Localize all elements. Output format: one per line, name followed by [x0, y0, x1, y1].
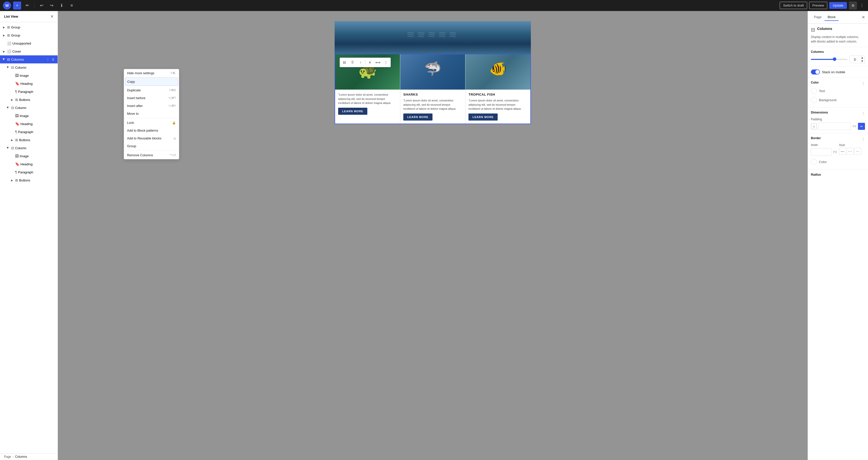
- chevron-icon: ▶: [2, 57, 6, 61]
- column-3-learn-more-button[interactable]: LEARN MORE: [468, 114, 498, 121]
- sidebar-content: ▶ ⊞ Group ▶ ⊞ Group ▶ ⬜ Unsupported ▶ ⬜ …: [0, 22, 58, 453]
- redo-button[interactable]: ↪: [48, 1, 56, 9]
- heading-icon: 🔖: [15, 122, 19, 126]
- block-info-text: Columns: [817, 27, 832, 31]
- sidebar-item-cover[interactable]: ▶ ⬜ Cover: [0, 47, 58, 55]
- text-color-row[interactable]: Text: [811, 86, 865, 95]
- chevron-icon: ▶: [2, 25, 6, 29]
- decrement-button[interactable]: ▼: [860, 59, 865, 63]
- context-menu-add-reusable[interactable]: Add to Reusable blocks ◇: [124, 134, 179, 142]
- columns-dots[interactable]: ⋮: [46, 57, 50, 61]
- context-menu-remove-columns[interactable]: Remove Columns ^⌥Z: [124, 151, 179, 159]
- context-menu-copy[interactable]: Copy: [125, 78, 178, 86]
- increment-button[interactable]: ▲: [860, 56, 865, 59]
- background-color-circle[interactable]: [811, 97, 817, 103]
- sidebar-item-paragraph3[interactable]: ▶ ¶ Paragraph: [0, 168, 58, 176]
- sidebar-item-column3[interactable]: ▶ ⊟ Column: [0, 144, 58, 152]
- sidebar-item-image1[interactable]: ▶ 🖼 Image: [0, 71, 58, 80]
- border-solid-button[interactable]: —: [839, 148, 846, 155]
- sidebar-item-buttons1[interactable]: ▶ ⊞ Buttons: [0, 96, 58, 104]
- context-menu-hide-settings[interactable]: Hide more settings ⇧⌘,: [124, 69, 179, 77]
- sidebar-item-paragraph1[interactable]: ▶ ¶ Paragraph: [0, 88, 58, 96]
- more-options-toolbar-button[interactable]: ⋮: [382, 58, 390, 66]
- context-menu-insert-after[interactable]: Insert after ⌥⌘Y: [124, 102, 179, 110]
- sidebar-item-column1[interactable]: ▶ ⊟ Column: [0, 63, 58, 71]
- column-3-content: TROPICAL FISH "Lorem ipsum dolor sit ame…: [465, 90, 530, 124]
- canvas-inner: ⊟ ⠿ ↑ ≡ ⟺ ⋮ "Lorem ipsum dolor sit amet,…: [335, 21, 531, 124]
- move-up-button[interactable]: ↑: [356, 58, 365, 66]
- column-1-learn-more-button[interactable]: LEARN MORE: [338, 108, 367, 115]
- columns-icon: ⊟: [7, 57, 10, 61]
- dimensions-more-button[interactable]: ⋮: [862, 112, 865, 116]
- columns-label-row: Columns: [811, 50, 865, 56]
- sidebar-item-group1[interactable]: ▶ ⊞ Group: [0, 23, 58, 31]
- breadcrumb-page[interactable]: Page: [4, 455, 11, 459]
- columns-count-label: Columns: [811, 50, 824, 54]
- preview-button[interactable]: Preview: [809, 2, 827, 9]
- border-section: Border ⋮ Width PX Style — - - ···: [808, 133, 868, 170]
- sidebar-item-column2[interactable]: ▶ ⊟ Column: [0, 104, 58, 112]
- context-menu-add-block-patterns[interactable]: Add to Block patterns: [124, 127, 179, 134]
- width-button[interactable]: ⟺: [374, 58, 382, 66]
- context-menu-group[interactable]: Group: [124, 142, 179, 150]
- sidebar-item-heading1[interactable]: ▶ 🔖 Heading: [0, 80, 58, 88]
- context-menu-lock[interactable]: Lock 🔒: [124, 119, 179, 127]
- more-options-button[interactable]: ⋮: [859, 1, 865, 9]
- switch-draft-button[interactable]: Switch to draft: [780, 2, 807, 9]
- columns-layout-button[interactable]: ⊟: [340, 58, 348, 66]
- sidebar-item-heading2[interactable]: ▶ 🔖 Heading: [0, 120, 58, 128]
- color-label: Color: [811, 81, 819, 84]
- slider-thumb[interactable]: [833, 57, 836, 61]
- list-view-button[interactable]: ≡: [68, 1, 76, 9]
- sidebar-item-unsupported[interactable]: ▶ ⬜ Unsupported: [0, 39, 58, 47]
- text-color-circle[interactable]: [811, 88, 817, 94]
- dimensions-section: Dimensions ⋮ Padding □ PX ⇔: [808, 108, 868, 133]
- sidebar-item-paragraph2[interactable]: ▶ ¶ Paragraph: [0, 128, 58, 136]
- update-button[interactable]: Update: [829, 2, 847, 9]
- sidebar-item-buttons2[interactable]: ▶ ⊞ Buttons: [0, 136, 58, 144]
- border-color-row[interactable]: Color: [811, 157, 865, 166]
- border-dotted-button[interactable]: ···: [854, 148, 861, 155]
- border-dashed-button[interactable]: - -: [847, 148, 854, 155]
- right-panel-close-button[interactable]: ✕: [862, 15, 865, 20]
- chevron-icon: ▶: [6, 65, 10, 69]
- edit-button[interactable]: ✏: [23, 1, 31, 9]
- breadcrumb-columns[interactable]: Columns: [15, 455, 27, 459]
- sidebar-item-columns[interactable]: ▶ ⊟ Columns ⋮ 1: [0, 55, 58, 63]
- padding-input[interactable]: [818, 123, 851, 130]
- chevron-icon: ▶: [10, 98, 14, 102]
- dimensions-label-row: Dimensions ⋮: [811, 111, 865, 116]
- padding-link-button[interactable]: ⇔: [858, 123, 865, 130]
- column-icon: ⊟: [11, 146, 14, 150]
- settings-button[interactable]: ⚙: [849, 1, 857, 9]
- padding-subsection: Padding □ PX ⇔: [811, 117, 865, 130]
- columns-block-icon: ⊟: [811, 27, 815, 33]
- sidebar-item-group2[interactable]: ▶ ⊞ Group: [0, 31, 58, 39]
- context-menu-insert-before[interactable]: Insert before ⌥⌘T: [124, 94, 179, 102]
- border-color-circle[interactable]: [811, 159, 817, 165]
- border-width-input[interactable]: [811, 148, 832, 156]
- stack-mobile-toggle[interactable]: [811, 69, 820, 74]
- sidebar-close-button[interactable]: ✕: [50, 14, 54, 19]
- align-button[interactable]: ≡: [366, 58, 374, 66]
- tab-block[interactable]: Block: [825, 13, 839, 21]
- background-color-row[interactable]: Background: [811, 95, 865, 104]
- sidebar-item-image2[interactable]: ▶ 🖼 Image: [0, 112, 58, 120]
- border-more-button[interactable]: ⋮: [862, 137, 865, 141]
- undo-button[interactable]: ↩: [37, 1, 45, 9]
- sidebar-item-heading3[interactable]: ▶ 🔖 Heading: [0, 160, 58, 168]
- tab-page[interactable]: Page: [811, 13, 825, 21]
- info-button[interactable]: ℹ: [58, 1, 66, 9]
- context-menu-move-to[interactable]: Move to: [124, 110, 179, 118]
- radius-section: Radius: [808, 170, 868, 179]
- column-2-learn-more-button[interactable]: LEARN MORE: [403, 114, 433, 121]
- context-menu-duplicate[interactable]: Duplicate ⇧⌘D: [124, 86, 179, 94]
- breadcrumb: Page › Columns: [0, 453, 58, 460]
- drag-handle-button[interactable]: ⠿: [348, 58, 356, 66]
- sidebar-item-image3[interactable]: ▶ 🖼 Image: [0, 152, 58, 160]
- sidebar-item-buttons3[interactable]: ▶ ⊞ Buttons: [0, 176, 58, 184]
- add-block-button[interactable]: ＋: [13, 1, 21, 9]
- color-more-button[interactable]: ⋮: [862, 82, 865, 86]
- columns-value-input[interactable]: [849, 56, 860, 63]
- columns-slider-track[interactable]: [811, 59, 847, 60]
